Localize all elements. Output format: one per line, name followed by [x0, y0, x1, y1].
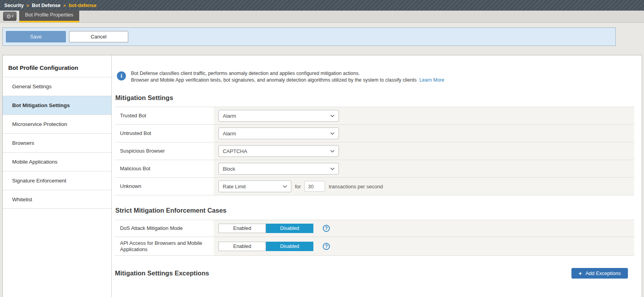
row-label: Unknown — [115, 178, 214, 195]
main-panel: Bot Profile Configuration General Settin… — [2, 55, 642, 297]
table-row-api-access: API Access for Browsers and Mobile Appli… — [115, 237, 634, 256]
content-area: i Bot Defense classifies client traffic,… — [112, 55, 642, 297]
chevron-down-icon — [330, 115, 335, 117]
question-icon[interactable]: ? — [323, 225, 330, 232]
sidebar-item-general-settings[interactable]: General Settings — [3, 77, 111, 96]
gear-menu-button[interactable]: ⚙ ▾ — [3, 12, 16, 21]
strict-enforcement-table: DoS Attack Mitigation Mode Enabled Disab… — [115, 220, 634, 256]
add-exceptions-label: Add Exceptions — [586, 270, 621, 276]
breadcrumb-item-bot-defense[interactable]: Bot Defense — [32, 3, 60, 8]
row-label: Malicious Bot — [115, 160, 214, 177]
breadcrumb-separator-icon: » — [26, 3, 29, 8]
mitigation-settings-heading: Mitigation Settings — [115, 94, 635, 102]
row-label: Untrusted Bot — [115, 125, 214, 142]
row-label: API Access for Browsers and Mobile Appli… — [115, 237, 214, 255]
sidebar-list: General Settings Bot Mitigation Settings… — [3, 77, 111, 209]
sidebar: Bot Profile Configuration General Settin… — [3, 55, 112, 297]
plus-icon: + — [579, 270, 582, 276]
tab-bot-profile-properties[interactable]: Bot Profile Properties — [19, 10, 79, 22]
dos-enabled-button[interactable]: Enabled — [218, 224, 266, 233]
save-button[interactable]: Save — [6, 31, 66, 42]
dos-disabled-button[interactable]: Disabled — [266, 224, 313, 233]
chevron-down-icon — [330, 168, 335, 170]
malicious-bot-select[interactable]: Block — [218, 163, 339, 175]
tab-bar: ⚙ ▾ Bot Profile Properties — [0, 11, 644, 23]
gear-icon: ⚙ — [6, 14, 11, 19]
add-exceptions-button[interactable]: + Add Exceptions — [571, 268, 628, 279]
breadcrumb-separator-icon: » — [63, 3, 66, 8]
row-control: Rate Limit for transactions per second — [214, 178, 634, 195]
rate-limit-unit-label: transactions per second — [329, 184, 383, 189]
trusted-bot-select[interactable]: Alarm — [218, 110, 339, 122]
chevron-down-icon — [330, 150, 335, 153]
table-row-unknown: Unknown Rate Limit for transactions per … — [115, 178, 634, 195]
action-toolbar: Save Cancel — [2, 27, 616, 46]
info-banner: i Bot Defense classifies client traffic,… — [117, 70, 635, 84]
chevron-down-icon — [283, 185, 287, 188]
table-row-dos-attack: DoS Attack Mitigation Mode Enabled Disab… — [115, 220, 634, 237]
api-access-toggle: Enabled Disabled — [218, 242, 313, 251]
table-row-trusted-bot: Trusted Bot Alarm — [115, 107, 634, 125]
sidebar-item-bot-mitigation-settings[interactable]: Bot Mitigation Settings — [3, 96, 111, 115]
mitigation-settings-table: Trusted Bot Alarm Untrusted Bot Alarm — [115, 107, 634, 195]
row-control: Alarm — [214, 107, 634, 124]
untrusted-bot-select[interactable]: Alarm — [218, 128, 339, 139]
caret-down-icon: ▾ — [12, 15, 14, 18]
row-control: Block — [214, 160, 634, 177]
info-text: Bot Defense classifies client traffic, p… — [131, 70, 444, 84]
table-row-malicious-bot: Malicious Bot Block — [115, 160, 634, 178]
breadcrumb-item-security[interactable]: Security — [4, 3, 24, 8]
row-label: Trusted Bot — [115, 107, 214, 124]
row-control: CAPTCHA — [214, 142, 634, 160]
row-label: Suspicious Browser — [115, 142, 214, 160]
table-row-suspicious-browser: Suspicious Browser CAPTCHA — [115, 142, 634, 160]
exceptions-header: Mitigation Settings Exceptions + Add Exc… — [115, 268, 634, 279]
row-control: Alarm — [214, 125, 634, 142]
exceptions-heading: Mitigation Settings Exceptions — [115, 270, 209, 277]
table-row-untrusted-bot: Untrusted Bot Alarm — [115, 125, 634, 142]
sidebar-item-browsers[interactable]: Browsers — [3, 133, 111, 152]
breadcrumb: Security » Bot Defense » bot-defense — [0, 0, 644, 11]
sidebar-item-mobile-applications[interactable]: Mobile Applications — [3, 152, 111, 171]
api-disabled-button[interactable]: Disabled — [266, 242, 313, 251]
row-label: DoS Attack Mitigation Mode — [115, 220, 214, 237]
unknown-select[interactable]: Rate Limit — [218, 180, 291, 192]
sidebar-item-whitelist[interactable]: Whitelist — [3, 190, 111, 209]
info-line-1: Bot Defense classifies client traffic, p… — [131, 70, 444, 77]
rate-limit-input[interactable] — [304, 181, 325, 192]
cancel-button[interactable]: Cancel — [69, 31, 128, 42]
api-enabled-button[interactable]: Enabled — [218, 242, 266, 251]
rate-limit-for-label: for — [295, 184, 301, 189]
strict-enforcement-heading: Strict Mitigation Enforcement Cases — [115, 207, 635, 214]
learn-more-link[interactable]: Learn More — [419, 77, 444, 83]
chevron-down-icon — [330, 132, 335, 135]
sidebar-item-microservice-protection[interactable]: Microservice Protection — [3, 115, 111, 133]
info-icon: i — [117, 71, 126, 80]
info-line-2: Browser and Mobile App verification test… — [131, 77, 444, 84]
sidebar-title: Bot Profile Configuration — [3, 55, 111, 77]
sidebar-item-signature-enforcement[interactable]: Signature Enforcement — [3, 171, 111, 190]
breadcrumb-item-current: bot-defense — [69, 3, 96, 8]
dos-mitigation-toggle: Enabled Disabled — [218, 224, 313, 233]
suspicious-browser-select[interactable]: CAPTCHA — [218, 145, 339, 157]
question-icon[interactable]: ? — [323, 243, 330, 250]
row-control: Enabled Disabled ? — [214, 237, 634, 255]
row-control: Enabled Disabled ? — [214, 220, 634, 237]
